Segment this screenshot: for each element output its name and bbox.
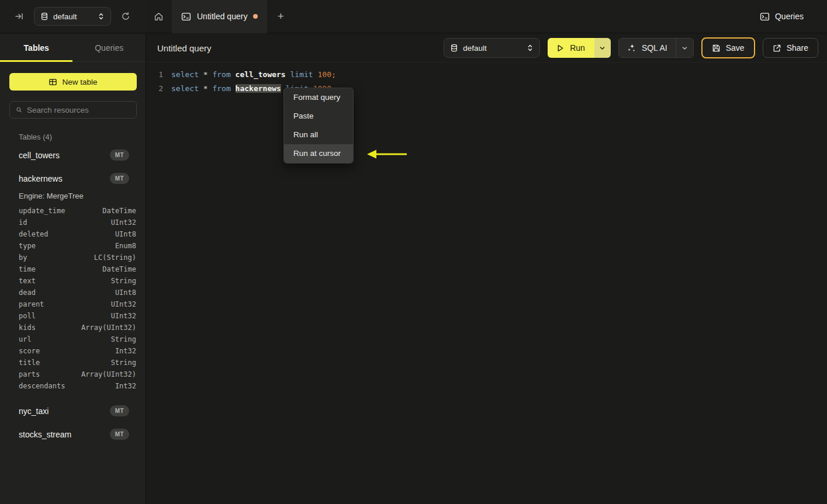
search-box: [9, 101, 137, 119]
topbar-left: default: [0, 0, 146, 33]
collapse-sidebar-button[interactable]: [11, 8, 28, 25]
context-menu-item[interactable]: Format query: [284, 88, 353, 107]
column-row[interactable]: descendants Int32: [9, 380, 136, 392]
code-token: [286, 70, 290, 79]
new-tab-button[interactable]: +: [271, 6, 290, 26]
column-name: url: [19, 335, 32, 343]
column-name: parent: [19, 300, 44, 308]
run-split-button: Run: [548, 38, 611, 58]
terminal-icon: [181, 12, 191, 22]
code-token: [231, 70, 236, 79]
column-name: score: [19, 347, 40, 355]
sidebar-tab-queries[interactable]: Queries: [73, 34, 146, 61]
column-type: Int32: [115, 347, 136, 355]
table-row-hackernews[interactable]: hackernews MT: [9, 169, 136, 188]
code-line-2: 2 select * from hackernews limit 1000: [156, 82, 827, 96]
engine-badge: MT: [110, 173, 129, 184]
column-name: by: [19, 253, 27, 262]
column-name: deleted: [19, 230, 49, 238]
save-icon: [712, 44, 721, 53]
column-row[interactable]: score Int32: [9, 345, 136, 357]
column-row[interactable]: kids Array(UInt32): [9, 322, 136, 333]
column-name: descendants: [19, 382, 65, 390]
run-button[interactable]: Run: [548, 38, 594, 58]
table-row-nyc-taxi[interactable]: nyc_taxi MT: [9, 401, 136, 420]
column-name: type: [19, 242, 36, 250]
topbar-database-selector[interactable]: default: [34, 7, 111, 26]
context-menu-item[interactable]: Paste: [284, 107, 353, 126]
engine-label: Engine: MergeTree: [19, 192, 136, 200]
column-row[interactable]: id UInt32: [9, 217, 136, 228]
editor-context-menu: Format query Paste Run all Run at cursor: [283, 88, 354, 164]
home-button[interactable]: [150, 8, 167, 25]
chevron-updown-icon: [527, 44, 534, 52]
column-row[interactable]: time DateTime: [9, 263, 136, 275]
refresh-button[interactable]: [117, 8, 134, 25]
context-menu-item[interactable]: Run at cursor: [284, 144, 353, 163]
run-options-button[interactable]: [594, 38, 611, 58]
sql-editor[interactable]: 1 select * from cell_towers limit 100; 2…: [147, 62, 827, 96]
new-table-label: New table: [62, 78, 97, 86]
column-row[interactable]: dead UInt8: [9, 287, 136, 298]
chevron-down-icon: [681, 45, 688, 51]
sql-console-app: default Untitled query + Queries: [0, 0, 827, 504]
table-row-stocks-stream[interactable]: stocks_stream MT: [9, 425, 136, 444]
code-line-1: 1 select * from cell_towers limit 100;: [156, 68, 827, 82]
column-row[interactable]: type Enum8: [9, 240, 136, 252]
table-name: stocks_stream: [19, 430, 71, 439]
tabstrip: Untitled query +: [146, 0, 290, 33]
column-type: DateTime: [102, 265, 136, 273]
topbar: default Untitled query + Queries: [0, 0, 827, 33]
column-name: kids: [19, 324, 36, 332]
sql-ai-button[interactable]: SQL AI: [619, 39, 676, 57]
column-type: UInt32: [111, 218, 136, 227]
tab-untitled-query[interactable]: Untitled query: [172, 0, 267, 33]
sql-ai-options-button[interactable]: [676, 39, 693, 57]
code-token: from: [212, 84, 230, 93]
run-button-label: Run: [570, 43, 585, 53]
table-name: nyc_taxi: [19, 406, 49, 416]
column-type: UInt8: [115, 289, 136, 297]
save-button[interactable]: Save: [701, 37, 755, 58]
column-name: parts: [19, 370, 40, 378]
column-row[interactable]: by LC(String): [9, 252, 136, 263]
save-button-label: Save: [726, 43, 745, 53]
code-token: 100;: [317, 70, 335, 79]
column-row[interactable]: poll UInt32: [9, 310, 136, 322]
search-input[interactable]: [27, 106, 130, 114]
terminal-icon: [760, 12, 770, 22]
table-row-cell-towers[interactable]: cell_towers MT: [9, 145, 136, 165]
query-title: Untitled query: [157, 43, 212, 53]
search-icon: [16, 106, 22, 114]
share-button[interactable]: Share: [763, 38, 818, 58]
column-type: UInt32: [111, 300, 136, 308]
code-token: cell_towers: [236, 70, 286, 79]
chevron-down-icon: [599, 45, 605, 51]
code-token: hackernews: [236, 84, 281, 93]
annotation-arrow-icon: [362, 146, 410, 162]
code-token: *: [203, 84, 208, 93]
column-list: update_time DateTime id UInt32 deleted U…: [9, 205, 136, 392]
toolbar-database-selector[interactable]: default: [444, 38, 540, 58]
share-icon: [773, 44, 781, 53]
engine-badge: MT: [110, 429, 129, 440]
column-row[interactable]: deleted UInt8: [9, 228, 136, 240]
column-type: String: [111, 277, 136, 285]
engine-badge: MT: [110, 405, 129, 416]
chevron-updown-icon: [98, 12, 105, 20]
column-row[interactable]: parts Array(UInt32): [9, 369, 136, 380]
column-row[interactable]: text String: [9, 275, 136, 287]
column-row[interactable]: title String: [9, 357, 136, 369]
sidebar-tab-tables[interactable]: Tables: [0, 34, 73, 61]
column-row[interactable]: url String: [9, 333, 136, 345]
code-token: select: [171, 70, 199, 79]
new-table-button[interactable]: New table: [9, 73, 137, 91]
queries-button[interactable]: Queries: [760, 12, 804, 22]
sql-ai-split-button: SQL AI: [618, 38, 694, 58]
tables-section-label: Tables (4): [19, 133, 136, 141]
context-menu-item[interactable]: Run all: [284, 126, 353, 144]
column-row[interactable]: parent UInt32: [9, 298, 136, 310]
sidebar-tabs: Tables Queries: [0, 34, 146, 62]
column-row[interactable]: update_time DateTime: [9, 205, 136, 217]
engine-badge: MT: [110, 150, 129, 161]
